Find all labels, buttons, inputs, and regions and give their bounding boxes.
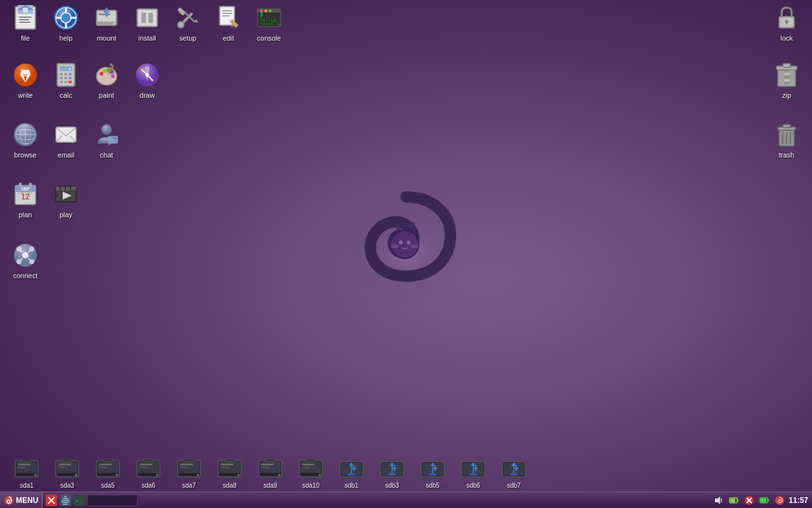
- drive-sda5[interactable]: sda5: [88, 459, 128, 489]
- svg-rect-41: [178, 8, 186, 16]
- svg-rect-191: [301, 473, 321, 476]
- edit-label: edit: [223, 34, 234, 42]
- draw-icon[interactable]: draw: [127, 60, 167, 99]
- drive-sda1[interactable]: sda1: [6, 459, 47, 489]
- taskbar-quick-launch: >_: [43, 492, 140, 508]
- write-icon[interactable]: write: [5, 60, 46, 99]
- taskbar-system-tray: 11:57: [709, 492, 812, 508]
- install-label: install: [138, 34, 156, 42]
- email-icon[interactable]: email: [46, 119, 86, 159]
- drive-sda8[interactable]: sda8: [209, 459, 250, 489]
- drive-sda3-label: sda3: [60, 482, 74, 489]
- svg-rect-44: [222, 10, 232, 11]
- svg-point-171: [197, 474, 199, 476]
- edit-icon[interactable]: edit: [208, 3, 249, 42]
- drive-sda10[interactable]: sda10: [291, 459, 331, 489]
- svg-rect-133: [784, 83, 789, 84]
- svg-point-1: [391, 231, 419, 258]
- email-label: email: [58, 151, 74, 159]
- browse-icon[interactable]: browse: [5, 119, 46, 159]
- drive-sda10-label: sda10: [302, 482, 319, 489]
- drive-sdb1[interactable]: sdb1: [331, 459, 372, 489]
- svg-rect-32: [105, 13, 108, 17]
- setup-icon[interactable]: setup: [167, 3, 208, 42]
- chat-icon[interactable]: chat: [86, 119, 127, 159]
- svg-rect-130: [784, 73, 789, 75]
- mount-icon[interactable]: mount: [86, 3, 127, 42]
- drive-sda6[interactable]: sda6: [128, 459, 169, 489]
- debian-logo: [336, 178, 476, 318]
- taskbar-input[interactable]: [87, 495, 138, 506]
- svg-point-82: [145, 73, 149, 77]
- svg-rect-144: [18, 464, 30, 465]
- svg-rect-69: [60, 81, 63, 83]
- svg-rect-65: [69, 73, 72, 76]
- taskbar-menu-button[interactable]: MENU: [0, 492, 43, 508]
- drive-sda3[interactable]: sda3: [47, 459, 88, 489]
- calc-icon[interactable]: 0 calc: [46, 60, 86, 99]
- svg-rect-193: [302, 464, 315, 465]
- svg-text:0: 0: [69, 67, 71, 71]
- file-icon[interactable]: file: [5, 3, 46, 42]
- svg-rect-229: [62, 502, 69, 503]
- install-icon[interactable]: install: [127, 3, 167, 42]
- zip-label: zip: [782, 91, 791, 99]
- taskbar-close-icon[interactable]: [45, 494, 58, 507]
- taskbar-error-icon[interactable]: [743, 494, 756, 507]
- svg-point-213: [472, 463, 475, 465]
- svg-rect-156: [98, 473, 118, 476]
- drive-sda7[interactable]: sda7: [169, 459, 209, 489]
- drive-sda1-label: sda1: [20, 482, 34, 489]
- svg-rect-132: [784, 79, 789, 81]
- taskbar-network-icon[interactable]: [59, 494, 72, 507]
- console-icon[interactable]: $ _ ls -la total 32 console: [249, 3, 289, 42]
- svg-rect-235: [730, 498, 735, 502]
- svg-rect-153: [62, 459, 72, 462]
- taskbar: MENU: [0, 491, 812, 508]
- svg-rect-215: [469, 473, 477, 476]
- svg-point-178: [237, 474, 240, 476]
- svg-rect-166: [140, 467, 148, 468]
- svg-rect-67: [64, 77, 67, 79]
- help-icon[interactable]: help: [46, 3, 86, 42]
- trash-label: trash: [779, 151, 794, 159]
- svg-rect-108: [61, 187, 65, 190]
- svg-rect-17: [23, 8, 28, 13]
- calc-label: calc: [60, 91, 72, 99]
- drive-sda9[interactable]: sda9: [250, 459, 291, 489]
- connect-icon[interactable]: connect: [5, 240, 46, 279]
- drive-sdb7[interactable]: sdb7: [494, 459, 534, 489]
- drive-sdb3[interactable]: sdb3: [372, 459, 412, 489]
- svg-point-113: [22, 252, 29, 258]
- svg-rect-170: [179, 473, 199, 476]
- svg-text:SEP: SEP: [21, 187, 30, 191]
- zip-icon[interactable]: zip: [766, 60, 807, 99]
- svg-rect-109: [66, 187, 70, 190]
- drive-sdb6[interactable]: sdb6: [453, 459, 494, 489]
- svg-rect-30: [99, 13, 110, 15]
- svg-point-117: [29, 259, 34, 264]
- plan-icon[interactable]: SEP 12 S M T W T plan: [5, 179, 46, 218]
- svg-rect-151: [58, 464, 71, 465]
- taskbar-terminal-icon[interactable]: >_: [73, 494, 86, 507]
- taskbar-debian-icon[interactable]: [773, 494, 786, 507]
- svg-rect-14: [19, 22, 30, 23]
- trash-icon[interactable]: trash: [766, 119, 807, 159]
- svg-marker-233: [715, 497, 720, 504]
- lock-icon[interactable]: lock: [766, 3, 807, 42]
- svg-rect-146: [22, 459, 32, 462]
- svg-point-114: [16, 246, 22, 251]
- paint-icon[interactable]: paint: [86, 60, 127, 99]
- svg-rect-188: [265, 459, 275, 462]
- svg-rect-227: [63, 498, 68, 499]
- svg-rect-160: [103, 459, 113, 462]
- svg-rect-142: [16, 473, 37, 476]
- svg-rect-95: [108, 136, 118, 144]
- svg-point-83: [141, 69, 143, 71]
- svg-rect-180: [221, 467, 230, 468]
- play-icon[interactable]: play: [46, 179, 86, 218]
- svg-rect-66: [60, 77, 63, 79]
- console-label: console: [257, 34, 281, 42]
- drive-sdb5[interactable]: sdb5: [412, 459, 453, 489]
- taskbar-volume-icon[interactable]: [712, 494, 725, 507]
